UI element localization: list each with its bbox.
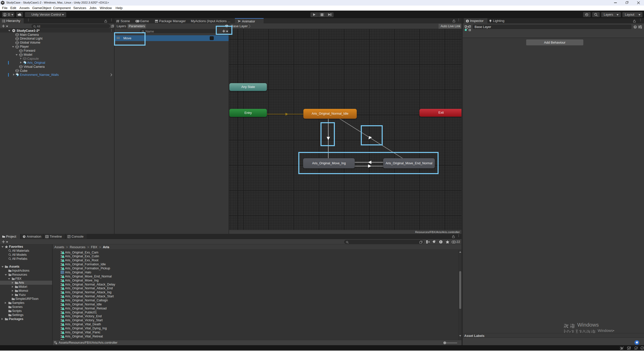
svg-text:?: ?	[634, 26, 636, 28]
